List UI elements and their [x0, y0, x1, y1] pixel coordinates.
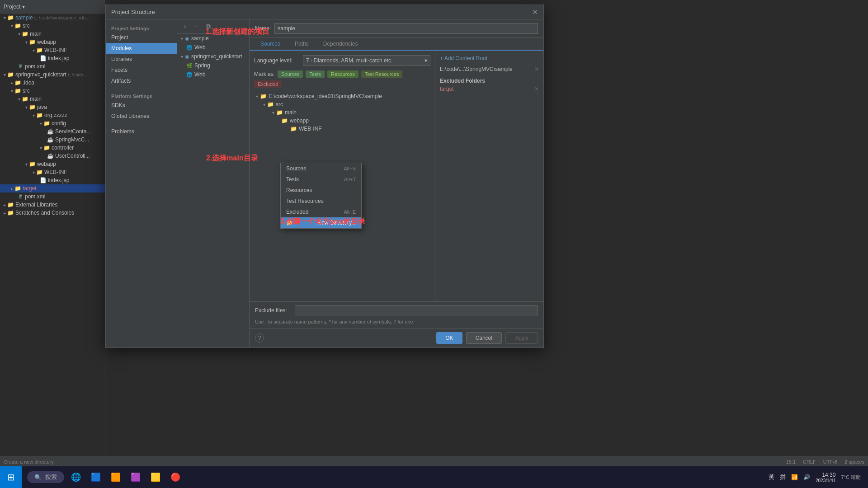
tree-item-main1[interactable]: ▾ 📁 main [0, 30, 105, 38]
left-nav-panel: Project Settings Project Modules Librari… [106, 19, 177, 347]
name-input[interactable] [274, 23, 538, 34]
right-sidebar: + Add Content Root E:\code\...\SpringMVC… [435, 51, 543, 301]
taskbar-start-button[interactable]: ⊞ [0, 466, 22, 488]
source-tree-main[interactable]: ▾ 📁 main [254, 108, 430, 117]
nav-facets[interactable]: Facets [106, 65, 177, 75]
language-level-row: Language level: 7 - Diamonds, ARM, multi… [254, 55, 430, 66]
source-tree: ▾ 📁 E:\code\workspace_idea01\SpringMVC\s… [254, 92, 430, 133]
tree-item-src2[interactable]: ▾ 📁 src [0, 87, 105, 95]
tree-item-src1[interactable]: ▾ 📁 src [0, 22, 105, 30]
nav-problems[interactable]: Problems [106, 126, 177, 137]
nav-divider1 [106, 86, 177, 91]
tree-item-webinf1[interactable]: ▾ 📁 WEB-INF [0, 46, 105, 54]
tab-sources[interactable]: Sources [253, 38, 288, 51]
tree-item-servletconta[interactable]: ☕ ServletConta... [0, 127, 105, 136]
tree-item-orgzzzzz[interactable]: ▾ 📁 org.zzzzz [0, 111, 105, 119]
ok-button[interactable]: OK [436, 332, 462, 344]
tree-item-idea[interactable]: ▸ 📁 .idea [0, 79, 105, 87]
tree-item-java[interactable]: ▾ 📁 java [0, 103, 105, 111]
tree-remove-button[interactable]: − [192, 22, 202, 32]
tree-item-config[interactable]: ▾ 📁 config [0, 119, 105, 127]
taskbar-icon-app3[interactable]: 🟪 [127, 469, 144, 485]
tree-springmvc[interactable]: ▾ ◉ springmvc_quickstart [177, 52, 249, 61]
excluded-folder-close[interactable]: ✕ [534, 86, 539, 92]
dialog-titlebar: Project Structure ✕ [106, 5, 543, 19]
ctx-new-directory[interactable]: 📁 New Directory... [281, 217, 361, 228]
taskbar-right: 英 拼 📶 🔊 14:30 2023/1/41 7°C 晴朗 [761, 472, 868, 483]
ctx-sources[interactable]: Sources Alt+S [281, 163, 361, 174]
taskbar-icon-browser[interactable]: 🌐 [68, 469, 84, 485]
taskbar-icon-app5[interactable]: 🔴 [167, 469, 184, 485]
tree-item-controller[interactable]: ▾ 📁 controller [0, 144, 105, 152]
source-tree-src[interactable]: ▾ 📁 src [254, 100, 430, 108]
ctx-test-resources[interactable]: Test Resources [281, 196, 361, 206]
tabs-row: Sources Paths Dependencies [250, 38, 543, 51]
middle-tree-panel: + − ⧉ ▾ ◉ sample 🌐 Web ▾ ◉ springmvc_qui… [177, 19, 250, 347]
tree-copy-button[interactable]: ⧉ [203, 22, 213, 32]
mark-tests-button[interactable]: Tests [306, 70, 325, 78]
nav-project[interactable]: Project [106, 32, 177, 43]
tree-item-ext-libraries[interactable]: ▸ 📁 External Libraries [0, 201, 105, 209]
excluded-folder-label: target [440, 86, 454, 92]
tree-web2[interactable]: 🌐 Web [177, 70, 249, 79]
nav-libraries[interactable]: Libraries [106, 54, 177, 65]
excluded-folder-item: target ✕ [440, 86, 539, 92]
dialog-close-button[interactable]: ✕ [532, 8, 538, 16]
taskbar-search[interactable]: 🔍 搜索 [27, 471, 64, 483]
context-menu: Sources Alt+S Tests Alt+T Resources Test… [280, 163, 362, 229]
tree-item-main2[interactable]: ▾ 📁 main [0, 95, 105, 103]
mark-resources-button[interactable]: Resources [327, 70, 359, 78]
ide-project-panel: Project ▾ ▾ 📁 sample E:\code\workspace_i… [0, 0, 105, 466]
taskbar-icon-app2[interactable]: 🟧 [108, 469, 124, 485]
taskbar-icon-app4[interactable]: 🟨 [147, 469, 164, 485]
help-button[interactable]: ? [255, 333, 264, 343]
mark-as-label: Mark as: [254, 71, 275, 77]
ctx-resources[interactable]: Resources [281, 185, 361, 196]
tab-dependencies[interactable]: Dependencies [316, 38, 365, 50]
add-content-root-button[interactable]: + Add Content Root [440, 55, 539, 61]
tree-sample[interactable]: ▾ ◉ sample [177, 34, 249, 43]
taskbar-datetime: 14:30 2023/1/41 [816, 472, 836, 483]
mark-sources-button[interactable]: Sources [278, 70, 303, 78]
search-icon: 🔍 [34, 474, 42, 481]
mark-excluded-button[interactable]: Excluded [254, 80, 282, 88]
tree-item-indexjsp2[interactable]: 📄 index.jsp [0, 176, 105, 184]
ctx-excluded[interactable]: Excluded Alt+E [281, 206, 361, 217]
tree-item-webapp1[interactable]: ▾ 📁 webapp [0, 38, 105, 46]
nav-artifacts[interactable]: Artifacts [106, 75, 177, 86]
tree-item-target[interactable]: ▸ 📁 target [0, 184, 105, 192]
tree-item-sample[interactable]: ▾ 📁 sample E:\code\workspace_ide... [0, 14, 105, 22]
language-level-value: 7 - Diamonds, ARM, multi-catch etc. [306, 57, 392, 64]
tree-item-springmvc[interactable]: ▾ 📁 springmvc_quickstart E:\code... [0, 70, 105, 79]
name-row: Name: [250, 19, 543, 38]
nav-modules[interactable]: Modules [106, 43, 177, 54]
tab-paths[interactable]: Paths [288, 38, 316, 50]
tree-item-webinf2[interactable]: ▾ 📁 WEB-INF [0, 168, 105, 176]
language-level-select[interactable]: 7 - Diamonds, ARM, multi-catch etc. ▾ [303, 55, 430, 66]
exclude-files-input[interactable] [295, 305, 538, 315]
tree-item-scratches[interactable]: ▸ 📁 Scratches and Consoles [0, 209, 105, 217]
mark-test-resources-button[interactable]: Test Resources [361, 70, 403, 78]
cancel-button[interactable]: Cancel [466, 332, 502, 344]
nav-sdks[interactable]: SDKs [106, 100, 177, 111]
source-tree-webapp[interactable]: 📁 webapp [254, 117, 430, 125]
taskbar-date-display: 2023/1/41 [816, 478, 836, 483]
tree-item-pomxml1[interactable]: 🗎 pom.xml [0, 62, 105, 70]
tree-add-button[interactable]: + [180, 22, 190, 32]
apply-button[interactable]: Apply [505, 332, 538, 344]
tree-item-pomxml2[interactable]: 🗎 pom.xml [0, 192, 105, 201]
ctx-tests[interactable]: Tests Alt+T [281, 174, 361, 185]
status-line-ending: CRLF [803, 459, 816, 465]
status-indent: 2 spaces [844, 459, 864, 465]
content-root-close[interactable]: ✕ [534, 66, 539, 72]
tree-item-usercontroll[interactable]: ☕ UserControll... [0, 152, 105, 160]
tree-item-springmvcc[interactable]: ☕ SpringMvcC... [0, 136, 105, 144]
tree-web1[interactable]: 🌐 Web [177, 43, 249, 52]
tree-item-indexjsp1[interactable]: 📄 index.jsp [0, 54, 105, 62]
nav-global-libraries[interactable]: Global Libraries [106, 111, 177, 122]
source-tree-root[interactable]: ▾ 📁 E:\code\workspace_idea01\SpringMVC\s… [254, 92, 430, 100]
tree-item-webapp2[interactable]: ▾ 📁 webapp [0, 160, 105, 168]
source-tree-webinf[interactable]: 📁 WEB-INF [254, 125, 430, 133]
tree-spring[interactable]: 🌿 Spring [177, 61, 249, 70]
taskbar-icon-app1[interactable]: 🟦 [88, 469, 104, 485]
